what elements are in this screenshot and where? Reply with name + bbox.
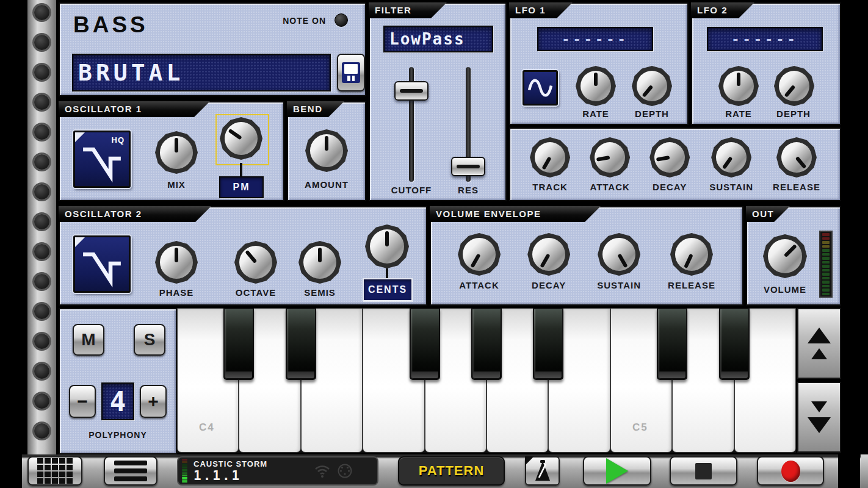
osc1-mix-label: MIX [149, 179, 204, 190]
knob-pointer [594, 73, 598, 86]
play-icon [606, 458, 628, 484]
amp-sustain-knob[interactable] [598, 233, 640, 276]
filter-track-knob[interactable] [530, 137, 570, 178]
polyphony-display: 4 [101, 382, 134, 420]
black-key-fsharp4[interactable] [410, 308, 440, 380]
plus-icon: + [148, 391, 159, 412]
octave-down-button[interactable] [797, 382, 841, 453]
midi-icon [337, 463, 353, 479]
mute-button[interactable]: M [73, 324, 104, 356]
osc2-cents-knob[interactable] [365, 224, 409, 268]
rack-screw [34, 334, 49, 349]
lfo2-panel: LFO 2 ------ RATE DEPTH [691, 2, 841, 125]
osc2-phase-knob[interactable] [155, 241, 198, 284]
song-display[interactable]: CAUSTIC STORM 1.1.1 [177, 456, 378, 486]
metronome-button[interactable] [525, 456, 560, 486]
save-preset-button[interactable] [337, 54, 365, 92]
rack-screw [34, 214, 49, 229]
octave-up-small-arrow-icon [811, 348, 827, 359]
key-label-c4: C4 [199, 422, 215, 434]
filter-mode-text: LowPass [385, 30, 465, 48]
stop-button[interactable] [670, 456, 737, 486]
amp-decay-label: DECAY [532, 280, 566, 290]
lfo1-rate-knob[interactable] [576, 66, 616, 106]
oscillator2-panel: OSCILLATOR 2 PHASE OCTAVE SEMIS CENTS [59, 206, 427, 306]
black-key-dsharp4[interactable] [286, 308, 316, 380]
lfo1-display[interactable]: ------ [537, 27, 653, 51]
rack-rail [27, 0, 56, 454]
filter-sustain-control: SUSTAIN [709, 137, 753, 192]
solo-button[interactable]: S [134, 324, 165, 356]
sine-wave-icon [524, 72, 556, 104]
main-menu-button[interactable] [104, 456, 157, 486]
slider-handle[interactable] [394, 81, 429, 101]
polyphony-decrement-button[interactable]: − [69, 385, 96, 418]
pattern-mode-button[interactable]: PATTERN [398, 456, 505, 486]
metronome-icon [533, 459, 552, 483]
bend-header: BEND [287, 101, 344, 117]
sequencer-grid-button[interactable] [27, 456, 82, 486]
black-key-csharp5[interactable] [657, 308, 687, 380]
pm-connector-line [240, 163, 242, 178]
song-info: CAUSTIC STORM 1.1.1 [193, 460, 267, 483]
note-on-led [335, 13, 348, 27]
polyphony-value: 4 [110, 386, 126, 417]
rack-screw [34, 274, 49, 289]
out-header: OUT [746, 206, 790, 222]
amp-attack-knob[interactable] [458, 233, 501, 276]
osc2-cents-tag[interactable]: CENTS [363, 278, 413, 301]
out-volume-knob[interactable] [763, 234, 807, 278]
osc1-mix-knob[interactable] [155, 131, 198, 174]
lfo2-display[interactable]: ------ [707, 27, 823, 51]
amp-decay-knob[interactable] [527, 233, 570, 276]
lfo1-depth-label: DEPTH [627, 109, 676, 119]
toolbar-right-sliver [861, 454, 868, 488]
osc2-waveform-button[interactable] [73, 235, 131, 293]
osc2-octave-knob[interactable] [234, 241, 277, 284]
black-key-asharp4[interactable] [533, 308, 563, 380]
lfo2-header: LFO 2 [691, 2, 754, 18]
octave-down-large-arrow-icon [808, 417, 831, 433]
filter-decay-knob[interactable] [649, 137, 690, 178]
lfo1-depth-knob[interactable] [632, 66, 672, 106]
filter-attack-knob[interactable] [590, 137, 630, 178]
slider-handle[interactable] [451, 157, 485, 176]
preset-name-display[interactable]: BRUTAL [72, 54, 331, 92]
play-button[interactable] [583, 456, 651, 486]
resonance-slider[interactable] [451, 67, 485, 182]
record-button[interactable] [757, 456, 824, 486]
osc2-octave-label: OCTAVE [222, 287, 289, 298]
knob-pointer [385, 231, 389, 246]
polyphony-increment-button[interactable]: + [140, 385, 167, 418]
lfo1-header: LFO 1 [509, 2, 573, 18]
lfo2-depth-knob[interactable] [774, 66, 814, 106]
lfo1-waveform-button[interactable] [523, 70, 558, 106]
amp-release-knob[interactable] [670, 233, 713, 276]
osc1-pm-knob[interactable] [220, 117, 262, 160]
osc1-waveform-button[interactable]: HQ [73, 131, 131, 188]
rack-screw [34, 423, 49, 439]
machine-name-panel: BASS NOTE ON BRUTAL [59, 2, 366, 96]
song-level-meter-icon [182, 459, 187, 483]
filter-sustain-knob[interactable] [711, 137, 751, 178]
filter-release-control: RELEASE [773, 137, 820, 192]
filter-release-knob[interactable] [776, 137, 817, 178]
bend-amount-knob[interactable] [305, 129, 348, 172]
lfo2-rate-knob[interactable] [718, 66, 759, 106]
wifi-icon [314, 464, 331, 478]
osc2-semis-knob[interactable] [298, 241, 341, 284]
filter-mode-display[interactable]: LowPass [383, 26, 493, 52]
lfo2-display-text: ------ [731, 32, 798, 47]
black-key-dsharp5[interactable] [719, 308, 750, 380]
amp-sustain-label: SUSTAIN [597, 280, 641, 290]
octave-down-small-arrow-icon [811, 401, 827, 412]
black-key-csharp4[interactable] [223, 308, 254, 380]
osc1-pm-tag[interactable]: PM [219, 176, 264, 198]
octave-up-button[interactable] [797, 308, 841, 379]
rack-screw [34, 95, 49, 110]
black-key-gsharp4[interactable] [471, 308, 502, 380]
amp-release-label: RELEASE [668, 280, 715, 290]
mute-label: M [81, 330, 95, 350]
rack-screw [34, 5, 49, 20]
cutoff-slider[interactable] [394, 67, 429, 182]
